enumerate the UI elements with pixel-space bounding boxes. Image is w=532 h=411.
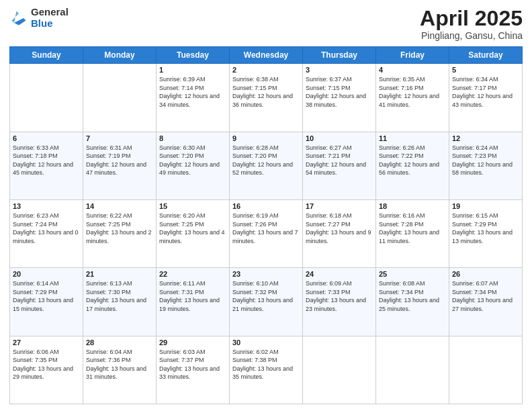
calendar-day-cell: 23Sunrise: 6:10 AM Sunset: 7:32 PM Dayli… [230,268,303,336]
day-of-week-header: Wednesday [230,47,303,64]
calendar-day-cell: 6Sunrise: 6:33 AM Sunset: 7:18 PM Daylig… [10,132,83,199]
calendar-day-cell: 21Sunrise: 6:13 AM Sunset: 7:30 PM Dayli… [83,268,157,336]
day-info: Sunrise: 6:39 AM Sunset: 7:14 PM Dayligh… [159,75,226,109]
day-info: Sunrise: 6:37 AM Sunset: 7:15 PM Dayligh… [306,75,373,109]
day-info: Sunrise: 6:30 AM Sunset: 7:20 PM Dayligh… [159,144,226,177]
calendar-day-cell: 24Sunrise: 6:09 AM Sunset: 7:33 PM Dayli… [303,268,376,336]
day-number: 8 [159,134,226,142]
day-info: Sunrise: 6:02 AM Sunset: 7:38 PM Dayligh… [232,348,300,381]
day-number: 1 [159,66,226,74]
day-info: Sunrise: 6:13 AM Sunset: 7:30 PM Dayligh… [86,279,153,313]
calendar-day-cell [376,336,449,404]
day-number: 13 [13,202,80,210]
day-number: 20 [13,270,80,278]
calendar-week-row: 1Sunrise: 6:39 AM Sunset: 7:14 PM Daylig… [10,64,523,132]
calendar-day-cell: 29Sunrise: 6:03 AM Sunset: 7:37 PM Dayli… [157,336,230,404]
day-info: Sunrise: 6:31 AM Sunset: 7:19 PM Dayligh… [86,144,153,177]
calendar-day-cell: 7Sunrise: 6:31 AM Sunset: 7:19 PM Daylig… [83,132,157,199]
logo: General Blue [9,7,69,29]
day-number: 2 [232,66,300,74]
day-of-week-header: Thursday [303,47,376,64]
day-number: 16 [232,202,300,210]
day-info: Sunrise: 6:23 AM Sunset: 7:24 PM Dayligh… [13,212,80,245]
day-number: 5 [452,66,519,74]
day-number: 29 [159,338,226,347]
day-number: 21 [86,270,153,278]
day-number: 25 [379,270,446,278]
calendar-day-cell: 25Sunrise: 6:08 AM Sunset: 7:34 PM Dayli… [376,268,449,336]
calendar-day-cell [10,64,83,132]
day-info: Sunrise: 6:20 AM Sunset: 7:25 PM Dayligh… [159,212,226,245]
calendar-table: SundayMondayTuesdayWednesdayThursdayFrid… [9,46,523,404]
calendar-week-row: 6Sunrise: 6:33 AM Sunset: 7:18 PM Daylig… [10,132,523,199]
page-header: General Blue April 2025 Pingliang, Gansu… [9,7,523,41]
day-number: 14 [86,202,153,210]
day-info: Sunrise: 6:33 AM Sunset: 7:18 PM Dayligh… [13,144,80,177]
calendar-day-cell: 18Sunrise: 6:16 AM Sunset: 7:28 PM Dayli… [376,199,449,267]
calendar-day-cell: 1Sunrise: 6:39 AM Sunset: 7:14 PM Daylig… [157,64,230,132]
calendar-day-cell [303,336,376,404]
logo-icon [9,9,28,28]
title-block: April 2025 Pingliang, Gansu, China [420,7,523,41]
day-info: Sunrise: 6:35 AM Sunset: 7:16 PM Dayligh… [379,75,446,109]
calendar-day-cell: 16Sunrise: 6:19 AM Sunset: 7:26 PM Dayli… [230,199,303,267]
day-info: Sunrise: 6:22 AM Sunset: 7:25 PM Dayligh… [86,212,153,245]
calendar-day-cell: 5Sunrise: 6:34 AM Sunset: 7:17 PM Daylig… [449,64,523,132]
day-number: 3 [306,66,373,74]
day-info: Sunrise: 6:04 AM Sunset: 7:36 PM Dayligh… [86,348,153,381]
calendar-day-cell: 26Sunrise: 6:07 AM Sunset: 7:34 PM Dayli… [449,268,523,336]
day-of-week-header: Monday [83,47,157,64]
calendar-day-cell: 22Sunrise: 6:11 AM Sunset: 7:31 PM Dayli… [157,268,230,336]
day-of-week-header: Friday [376,47,449,64]
logo-text: General Blue [31,7,69,29]
day-info: Sunrise: 6:27 AM Sunset: 7:21 PM Dayligh… [306,144,373,177]
calendar-day-cell: 28Sunrise: 6:04 AM Sunset: 7:36 PM Dayli… [83,336,157,404]
day-number: 6 [13,134,80,142]
day-info: Sunrise: 6:08 AM Sunset: 7:34 PM Dayligh… [379,279,446,313]
day-number: 27 [13,338,80,347]
calendar-day-cell: 8Sunrise: 6:30 AM Sunset: 7:20 PM Daylig… [157,132,230,199]
day-number: 23 [232,270,300,278]
calendar-day-cell [449,336,523,404]
day-of-week-header: Sunday [10,47,83,64]
day-number: 10 [306,134,373,142]
day-info: Sunrise: 6:26 AM Sunset: 7:22 PM Dayligh… [379,144,446,177]
day-of-week-header: Tuesday [157,47,230,64]
day-info: Sunrise: 6:03 AM Sunset: 7:37 PM Dayligh… [159,348,226,381]
day-info: Sunrise: 6:07 AM Sunset: 7:34 PM Dayligh… [452,279,519,313]
day-number: 11 [379,134,446,142]
calendar-week-row: 13Sunrise: 6:23 AM Sunset: 7:24 PM Dayli… [10,199,523,267]
day-number: 18 [379,202,446,210]
day-number: 9 [232,134,300,142]
day-info: Sunrise: 6:16 AM Sunset: 7:28 PM Dayligh… [379,212,446,245]
day-of-week-header: Saturday [449,47,523,64]
day-info: Sunrise: 6:06 AM Sunset: 7:35 PM Dayligh… [13,348,80,381]
calendar-week-row: 20Sunrise: 6:14 AM Sunset: 7:29 PM Dayli… [10,268,523,336]
calendar-location: Pingliang, Gansu, China [420,30,523,41]
day-number: 7 [86,134,153,142]
day-info: Sunrise: 6:11 AM Sunset: 7:31 PM Dayligh… [159,279,226,313]
logo-general-text: General [31,7,69,18]
day-info: Sunrise: 6:14 AM Sunset: 7:29 PM Dayligh… [13,279,80,313]
calendar-day-cell [83,64,157,132]
day-number: 30 [232,338,300,347]
calendar-day-cell: 9Sunrise: 6:28 AM Sunset: 7:20 PM Daylig… [230,132,303,199]
day-info: Sunrise: 6:10 AM Sunset: 7:32 PM Dayligh… [232,279,300,313]
day-info: Sunrise: 6:15 AM Sunset: 7:29 PM Dayligh… [452,212,519,245]
calendar-day-cell: 27Sunrise: 6:06 AM Sunset: 7:35 PM Dayli… [10,336,83,404]
day-number: 15 [159,202,226,210]
day-number: 26 [452,270,519,278]
calendar-day-cell: 30Sunrise: 6:02 AM Sunset: 7:38 PM Dayli… [230,336,303,404]
day-info: Sunrise: 6:34 AM Sunset: 7:17 PM Dayligh… [452,75,519,109]
calendar-day-cell: 15Sunrise: 6:20 AM Sunset: 7:25 PM Dayli… [157,199,230,267]
day-number: 28 [86,338,153,347]
calendar-title: April 2025 [420,7,523,30]
calendar-day-cell: 10Sunrise: 6:27 AM Sunset: 7:21 PM Dayli… [303,132,376,199]
calendar-day-cell: 20Sunrise: 6:14 AM Sunset: 7:29 PM Dayli… [10,268,83,336]
calendar-header-row: SundayMondayTuesdayWednesdayThursdayFrid… [10,47,523,64]
day-info: Sunrise: 6:28 AM Sunset: 7:20 PM Dayligh… [232,144,300,177]
day-number: 24 [306,270,373,278]
calendar-day-cell: 12Sunrise: 6:24 AM Sunset: 7:23 PM Dayli… [449,132,523,199]
logo-blue-text: Blue [31,18,69,30]
day-number: 12 [452,134,519,142]
